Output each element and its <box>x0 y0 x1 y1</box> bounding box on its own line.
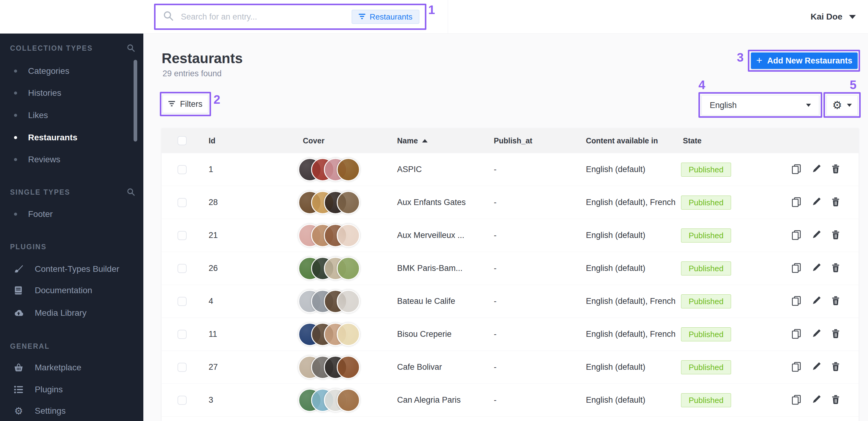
search-icon[interactable] <box>127 188 135 198</box>
sidebar-item-histories[interactable]: Histories <box>0 85 143 101</box>
row-checkbox[interactable] <box>178 330 187 339</box>
cell-id: 26 <box>209 252 218 284</box>
edit-button[interactable] <box>811 263 822 274</box>
row-actions <box>791 318 841 351</box>
section-plugins: PLUGINS <box>0 238 143 255</box>
sidebar-item-marketplace[interactable]: Marketplace <box>0 359 143 376</box>
cell-id: 3 <box>209 384 213 416</box>
cell-locales: English (default), French <box>586 186 676 219</box>
pencil-icon <box>811 362 822 373</box>
edit-button[interactable] <box>811 164 822 175</box>
copy-icon <box>791 262 802 274</box>
delete-button[interactable] <box>831 394 841 406</box>
row-checkbox[interactable] <box>178 297 187 306</box>
duplicate-button[interactable] <box>791 262 802 274</box>
edit-button[interactable] <box>811 230 822 241</box>
search-content-type-chip[interactable]: Restaurants <box>352 10 420 24</box>
section-single-types: SINGLE TYPES <box>0 184 143 201</box>
sidebar-item-label: Categories <box>28 66 69 76</box>
column-header-state[interactable]: State <box>683 128 702 153</box>
delete-button[interactable] <box>831 362 841 373</box>
sidebar-item-footer[interactable]: Footer <box>0 206 143 223</box>
sidebar-item-documentation[interactable]: Documentation <box>0 282 143 299</box>
filters-button[interactable]: Filters <box>162 95 208 113</box>
duplicate-button[interactable] <box>791 197 802 208</box>
bullet-dot-icon <box>14 158 17 161</box>
add-new-restaurants-button[interactable]: + Add New Restaurants <box>751 53 858 69</box>
duplicate-button[interactable] <box>791 295 802 307</box>
sidebar-item-media-library[interactable]: Media Library <box>0 304 143 322</box>
column-header-id[interactable]: Id <box>209 128 215 153</box>
user-menu[interactable]: Kai Doe <box>811 0 856 34</box>
row-checkbox[interactable] <box>178 231 187 240</box>
sidebar-item-content-types-builder[interactable]: Content-Types Builder <box>0 261 143 278</box>
table-row[interactable]: 4Bateau le Calife-English (default), Fre… <box>162 285 859 318</box>
cell-locales: English (default), French <box>586 318 676 351</box>
table-row[interactable]: 27Cafe Bolivar-English (default)Publishe… <box>162 351 859 384</box>
locale-value: English <box>710 101 737 110</box>
locale-select[interactable]: English <box>702 95 819 115</box>
table-body: 1ASPIC-English (default)Published28Aux E… <box>162 153 859 417</box>
column-header-cover[interactable]: Cover <box>303 128 324 153</box>
duplicate-button[interactable] <box>791 163 802 175</box>
edit-button[interactable] <box>811 197 822 208</box>
sidebar-item-likes[interactable]: Likes <box>0 107 143 124</box>
sidebar-item-restaurants[interactable]: Restaurants <box>0 129 143 146</box>
cell-cover <box>298 318 360 351</box>
sidebar-item-plugins[interactable]: Plugins <box>0 381 143 398</box>
bullet-dot-icon <box>14 136 17 139</box>
table-row[interactable]: 1ASPIC-English (default)Published <box>162 153 859 186</box>
column-header-publish-at[interactable]: Publish_at <box>494 128 532 153</box>
cell-publish-at: - <box>494 384 497 416</box>
cover-thumbnail <box>337 257 360 280</box>
edit-button[interactable] <box>811 296 822 307</box>
copy-icon <box>791 197 802 208</box>
sort-asc-icon <box>422 139 428 143</box>
table-row[interactable]: 11Bisou Creperie-English (default), Fren… <box>162 318 859 351</box>
column-header-available[interactable]: Content available in <box>586 128 658 153</box>
delete-button[interactable] <box>831 230 841 241</box>
row-checkbox[interactable] <box>178 396 187 405</box>
entry-search-input[interactable]: Search for an entry... <box>163 0 257 34</box>
cloud-upload-icon <box>13 308 24 318</box>
edit-button[interactable] <box>811 362 822 373</box>
edit-button[interactable] <box>811 394 822 406</box>
duplicate-button[interactable] <box>791 361 802 373</box>
bullet-dot-icon <box>14 114 17 117</box>
sidebar-item-reviews[interactable]: Reviews <box>0 151 143 168</box>
row-checkbox[interactable] <box>178 198 187 207</box>
trash-icon <box>831 329 841 340</box>
search-icon[interactable] <box>127 44 135 54</box>
delete-button[interactable] <box>831 263 841 274</box>
cell-publish-at: - <box>494 285 497 318</box>
sidebar-item-categories[interactable]: Categories <box>0 63 143 80</box>
sidebar-scrollbar[interactable] <box>133 60 137 142</box>
annotation-number-4: 4 <box>699 79 705 91</box>
delete-button[interactable] <box>831 164 841 175</box>
cell-name: Bateau le Calife <box>397 285 455 318</box>
cover-thumbnail <box>337 224 360 247</box>
table-row[interactable]: 21Aux Merveilleux ...-English (default)P… <box>162 219 859 252</box>
copy-icon <box>791 328 802 340</box>
row-checkbox[interactable] <box>178 165 187 174</box>
status-badge: Published <box>681 393 731 407</box>
sidebar-item-label: Plugins <box>35 385 63 394</box>
sidebar-item-settings[interactable]: ⚙ Settings <box>0 402 143 419</box>
select-all-checkbox[interactable] <box>178 136 187 145</box>
row-checkbox[interactable] <box>178 363 187 372</box>
cover-thumbnail <box>337 323 360 346</box>
duplicate-button[interactable] <box>791 230 802 241</box>
table-row[interactable]: 26BMK Paris-Bam...-English (default)Publ… <box>162 252 859 285</box>
delete-button[interactable] <box>831 296 841 307</box>
row-checkbox[interactable] <box>178 264 187 273</box>
delete-button[interactable] <box>831 329 841 340</box>
column-header-name[interactable]: Name <box>397 128 428 153</box>
entries-count: 29 entries found <box>162 69 222 79</box>
duplicate-button[interactable] <box>791 328 802 340</box>
duplicate-button[interactable] <box>791 394 802 406</box>
view-settings-button[interactable]: ⚙ <box>827 95 858 115</box>
delete-button[interactable] <box>831 197 841 208</box>
table-row[interactable]: 3Can Alegria Paris-English (default)Publ… <box>162 384 859 417</box>
edit-button[interactable] <box>811 329 822 340</box>
table-row[interactable]: 28Aux Enfants Gates-English (default), F… <box>162 186 859 219</box>
